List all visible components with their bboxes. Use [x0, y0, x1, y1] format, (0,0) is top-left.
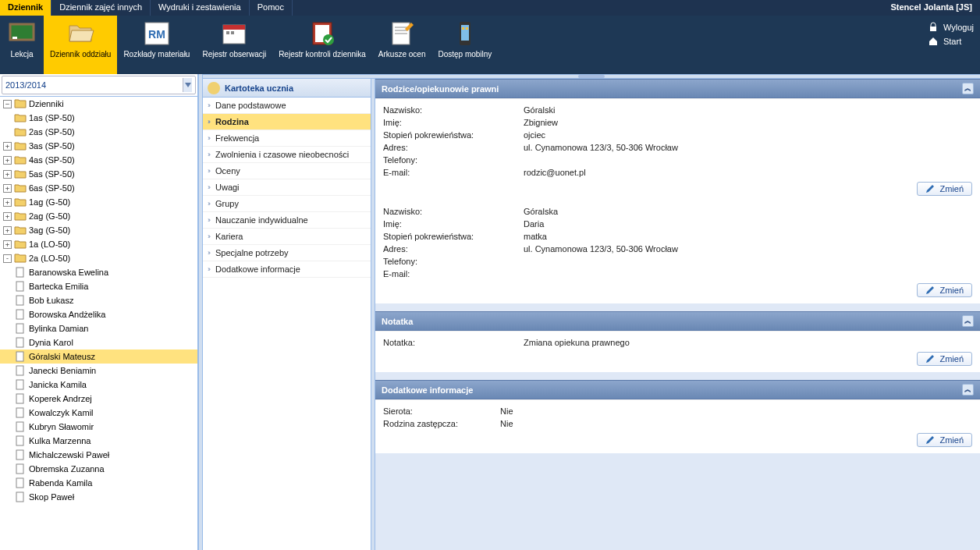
menu-tab-dziennik[interactable]: Dziennik	[0, 0, 51, 16]
pencil-icon	[925, 435, 935, 445]
start-link[interactable]: Start	[928, 34, 974, 48]
nav-item[interactable]: ››Nauczanie indywidualne	[203, 212, 371, 229]
tree-class-open[interactable]: -2a (LO-50)	[0, 251, 197, 265]
chevron-icon: ››	[208, 183, 209, 191]
logout-link[interactable]: Wyloguj	[928, 20, 974, 34]
tree-class[interactable]: +6as (SP-50)	[0, 181, 197, 195]
menu-tab-dziennik-innych[interactable]: Dziennik zajęć innych	[51, 0, 151, 16]
field-firstname: Imię:Zbigniew	[383, 116, 972, 129]
nav-item[interactable]: ››Oceny	[203, 163, 371, 179]
ribbon-right-links: Wyloguj Start	[928, 20, 974, 48]
svg-rect-20	[16, 268, 23, 277]
file-icon	[14, 295, 27, 306]
tree-class[interactable]: +1ag (G-50)	[0, 195, 197, 209]
nav-item[interactable]: ››Frekwencja	[203, 130, 371, 147]
file-icon	[14, 393, 27, 404]
expand-icon[interactable]: +	[3, 142, 12, 151]
ribbon-dostep-mobilny[interactable]: Dostęp mobilny	[431, 16, 498, 74]
schoolyear-select[interactable]: 2013/2014	[2, 76, 196, 94]
tree-class[interactable]: +1a (LO-50)	[0, 237, 197, 251]
svg-rect-19	[930, 27, 936, 31]
tree-student[interactable]: Borowska Andżelika	[0, 307, 197, 321]
content-scroll[interactable]: Rodzice/opiekunowie prawni ︽ Nazwisko:Gó…	[375, 79, 980, 550]
nav-item[interactable]: ››Uwagi	[203, 179, 371, 196]
chevron-icon: ››	[208, 265, 209, 273]
chevron-icon: ››	[208, 216, 209, 224]
svg-rect-36	[16, 492, 23, 502]
chevron-icon: ››	[208, 249, 209, 257]
nav-item-selected[interactable]: ››Rodzina	[203, 114, 371, 130]
expand-icon[interactable]: +	[3, 240, 12, 249]
menu-tab-wydruki[interactable]: Wydruki i zestawienia	[151, 0, 250, 16]
tree-student[interactable]: Bartecka Emilia	[0, 279, 197, 293]
nav-item[interactable]: ››Dane podstawowe	[203, 98, 371, 114]
expand-icon[interactable]: +	[3, 212, 12, 221]
svg-rect-18	[466, 27, 468, 30]
collapse-section-icon[interactable]: ︽	[962, 83, 974, 94]
file-icon	[14, 365, 27, 376]
tree-student[interactable]: Skop Paweł	[0, 490, 197, 504]
change-button[interactable]: Zmień	[917, 283, 972, 297]
expand-icon[interactable]: +	[3, 184, 12, 193]
tree-student[interactable]: Obremska Zuzanna	[0, 462, 197, 476]
nav-item[interactable]: ››Kariera	[203, 229, 371, 245]
change-button[interactable]: Zmień	[917, 352, 972, 366]
tree-student[interactable]: Bob Łukasz	[0, 293, 197, 307]
tree-student[interactable]: Janicka Kamila	[0, 378, 197, 392]
section-title: Notatka	[382, 317, 413, 326]
change-button[interactable]: Zmień	[917, 433, 972, 447]
tree-student[interactable]: Michalczewski Paweł	[0, 448, 197, 462]
ribbon-rejestr-kontroli[interactable]: Rejestr kontroli dziennika	[272, 16, 372, 74]
ribbon-rejestr-obserwacji[interactable]: Rejestr obserwacji	[196, 16, 272, 74]
nav-item[interactable]: ››Zwolnienia i czasowe nieobecności	[203, 147, 371, 163]
tree-student[interactable]: Kubryn Sławomir	[0, 420, 197, 434]
tree-root[interactable]: − Dzienniki	[0, 97, 197, 111]
tree-student[interactable]: Kowalczyk Kamil	[0, 406, 197, 420]
tree-class[interactable]: +2ag (G-50)	[0, 209, 197, 223]
dropdown-icon	[183, 78, 192, 92]
nav-item[interactable]: ››Grupy	[203, 196, 371, 212]
ribbon-dziennik-oddzialu[interactable]: Dziennik oddziału	[44, 16, 117, 74]
section-title: Rodzice/opiekunowie prawni	[382, 84, 499, 94]
tree-class[interactable]: +5as (SP-50)	[0, 167, 197, 181]
ribbon-lekcja[interactable]: Lekcja	[0, 16, 44, 74]
calendar-icon	[220, 20, 248, 48]
section-parents: Rodzice/opiekunowie prawni ︽ Nazwisko:Gó…	[375, 79, 980, 303]
tree-class[interactable]: 2as (SP-50)	[0, 125, 197, 139]
tree-student[interactable]: Rabenda Kamila	[0, 476, 197, 490]
tree-class[interactable]: +3as (SP-50)	[0, 139, 197, 153]
tree-student[interactable]: Kulka Marzenna	[0, 434, 197, 448]
tree-student[interactable]: Janecki Beniamin	[0, 364, 197, 378]
menu-tab-pomoc[interactable]: Pomoc	[250, 0, 293, 16]
expand-icon[interactable]: +	[3, 198, 12, 207]
collapse-section-icon[interactable]: ︽	[962, 384, 974, 396]
svg-rect-27	[16, 366, 23, 375]
collapse-section-icon[interactable]: ︽	[962, 315, 974, 327]
tree-class[interactable]: 1as (SP-50)	[0, 111, 197, 125]
sheet-edit-icon	[388, 20, 416, 48]
field-firstname: Imię:Daria	[383, 218, 972, 230]
collapse-icon[interactable]: -	[3, 254, 12, 263]
expand-icon[interactable]: +	[3, 226, 12, 235]
tree-scroll[interactable]: − Dzienniki 1as (SP-50) 2as (SP-50) +3as…	[0, 96, 197, 550]
tree-student[interactable]: Baranowska Ewelina	[0, 265, 197, 279]
tree-class[interactable]: +4as (SP-50)	[0, 153, 197, 167]
tree-class[interactable]: +3ag (G-50)	[0, 223, 197, 237]
ribbon-arkusze-ocen[interactable]: Arkusze ocen	[372, 16, 432, 74]
tree-student[interactable]: Dynia Karol	[0, 335, 197, 350]
chevron-icon: ››	[208, 200, 209, 208]
expand-icon[interactable]: +	[3, 170, 12, 179]
svg-rect-34	[16, 464, 23, 474]
tree-student[interactable]: Koperek Andrzej	[0, 392, 197, 406]
tree-student-selected[interactable]: Góralski Mateusz	[0, 350, 197, 364]
ribbon-rozklady[interactable]: RM Rozkłady materiału	[117, 16, 196, 74]
nav-item[interactable]: ››Specjalne potrzeby	[203, 245, 371, 261]
nav-item[interactable]: ››Dodatkowe informacje	[203, 261, 371, 278]
expand-icon[interactable]: +	[3, 156, 12, 165]
current-user: Stencel Jolanta [JS]	[882, 0, 980, 16]
folder-icon	[14, 140, 27, 151]
change-button[interactable]: Zmień	[917, 182, 972, 196]
tree-student[interactable]: Bylinka Damian	[0, 321, 197, 335]
collapse-icon[interactable]: −	[3, 100, 12, 108]
chevron-icon: ››	[208, 151, 209, 158]
